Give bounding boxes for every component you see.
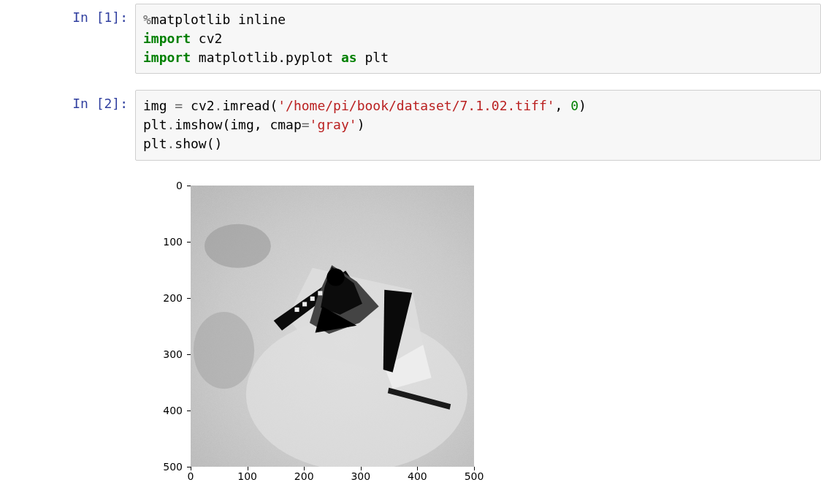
operator: .	[215, 98, 223, 113]
code-text: imread(	[222, 98, 278, 113]
x-tick-mark	[474, 467, 475, 470]
keyword-import: import	[143, 50, 191, 65]
operator: =	[175, 98, 183, 113]
code-text: )	[357, 117, 365, 132]
keyword-import: import	[143, 31, 191, 46]
number-literal: 0	[570, 98, 578, 113]
code-text: plt	[143, 136, 167, 151]
x-tick-mark	[304, 467, 305, 470]
y-tick-label: 100	[163, 236, 183, 248]
operator: =	[302, 117, 310, 132]
code-text: matplotlib.pyplot	[191, 50, 341, 65]
x-tick-label: 400	[408, 470, 427, 482]
code-input-1[interactable]: %matplotlib inline import cv2 import mat…	[135, 4, 821, 74]
code-text: cv2	[183, 98, 214, 113]
svg-rect-17	[318, 291, 322, 295]
code-text: matplotlib inline	[151, 12, 286, 27]
x-tick-mark	[361, 467, 362, 470]
operator: .	[167, 136, 175, 151]
svg-rect-15	[302, 302, 307, 306]
y-tick-label: 200	[163, 292, 183, 304]
code-cell-2: In [2]: img = cv2.imread('/home/pi/book/…	[0, 86, 821, 164]
string-literal: '/home/pi/book/dataset/7.1.02.tiff'	[278, 98, 554, 113]
code-text: show()	[175, 136, 222, 151]
x-tick-label: 300	[351, 470, 370, 482]
prompt-area: In [2]:	[0, 90, 135, 160]
input-prompt: In [2]:	[72, 96, 128, 111]
code-text: imshow(img, cmap	[175, 117, 301, 132]
x-tick-label: 200	[294, 470, 314, 482]
x-tick-mark	[191, 467, 191, 470]
code-text: plt	[357, 50, 389, 65]
svg-rect-14	[294, 307, 299, 311]
svg-point-12	[205, 224, 271, 267]
y-tick-label: 300	[163, 348, 183, 360]
code-text: img	[143, 98, 175, 113]
matplotlib-figure: 0 100 200 300 400 500 0 100 200 300 400 …	[135, 177, 475, 487]
keyword-as: as	[341, 50, 357, 65]
imshow-image	[191, 186, 474, 467]
operator: .	[167, 117, 175, 132]
svg-rect-16	[310, 296, 315, 300]
prompt-area: In [1]:	[0, 4, 135, 74]
output-area: 0 100 200 300 400 500 0 100 200 300 400 …	[135, 177, 821, 487]
x-tick-mark	[417, 467, 418, 470]
x-tick-label: 0	[188, 470, 194, 482]
output-prompt-area	[0, 177, 135, 487]
code-text: plt	[143, 117, 167, 132]
y-tick-label: 500	[163, 461, 183, 473]
code-cell-1: In [1]: %matplotlib inline import cv2 im…	[0, 0, 821, 77]
x-tick-label: 100	[237, 470, 257, 482]
input-prompt: In [1]:	[72, 9, 128, 25]
magic-operator: %	[143, 12, 151, 27]
svg-point-13	[194, 312, 254, 389]
y-tick-label: 400	[163, 405, 183, 416]
code-input-2[interactable]: img = cv2.imread('/home/pi/book/dataset/…	[135, 90, 821, 160]
y-tick-label: 0	[176, 180, 183, 191]
svg-point-9	[327, 268, 344, 286]
code-text: )	[578, 98, 587, 113]
code-text: cv2	[191, 31, 222, 46]
string-literal: 'gray'	[310, 117, 357, 132]
x-tick-mark	[248, 467, 248, 470]
x-tick-label: 500	[465, 470, 484, 482]
code-text: ,	[555, 98, 571, 113]
output-cell: 0 100 200 300 400 500 0 100 200 300 400 …	[0, 173, 821, 491]
